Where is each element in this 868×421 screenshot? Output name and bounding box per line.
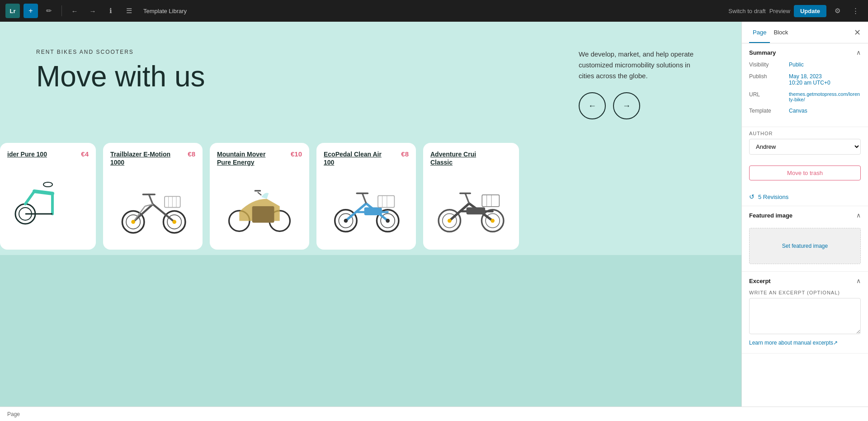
svg-line-15	[149, 194, 153, 204]
product-image-area	[430, 170, 512, 242]
scooter-image	[7, 169, 89, 227]
settings-icon-button[interactable]: ⚙	[830, 4, 844, 18]
hero-description: We develop, market, and help operate cus…	[579, 49, 705, 81]
move-to-trash-button[interactable]: Move to trash	[749, 166, 861, 180]
hero-left: RENT BIKES AND SCOOTERS Move with us	[36, 49, 552, 119]
product-card-header: Mountain Mover Pure Energy €10	[217, 150, 302, 166]
excerpt-textarea[interactable]	[749, 298, 861, 334]
product-name[interactable]: EcoPedal Clean Air 100	[324, 150, 387, 166]
revisions-icon: ↺	[749, 193, 755, 200]
bike-image	[112, 177, 193, 236]
publish-value[interactable]: May 18, 2023 10:20 am UTC+0	[789, 73, 830, 86]
svg-point-58	[491, 219, 495, 223]
set-featured-image-button[interactable]: Set featured image	[782, 243, 828, 249]
svg-line-3	[34, 191, 52, 194]
canvas: RENT BIKES AND SCOOTERS Move with us We …	[0, 22, 741, 407]
more-options-button[interactable]: ⋮	[848, 4, 863, 18]
info-button[interactable]: ℹ	[104, 4, 118, 18]
url-value[interactable]: themes.getmotopress.com/lorenty-bike/	[789, 91, 861, 102]
summary-content: Visibility Public Publish May 18, 2023 1…	[742, 61, 868, 127]
product-card: Adventure Crui Classic	[423, 143, 519, 250]
svg-point-22	[131, 220, 135, 224]
logo-text: Lr	[10, 8, 16, 14]
moped-image	[219, 177, 300, 236]
add-block-button[interactable]: +	[24, 4, 38, 18]
main-area: RENT BIKES AND SCOOTERS Move with us We …	[0, 22, 868, 407]
revisions-row[interactable]: ↺ 5 Revisions	[742, 188, 868, 206]
featured-image-section: Featured image ∧ Set featured image	[742, 206, 868, 272]
svg-line-11	[133, 204, 153, 222]
excerpt-toggle-icon: ∧	[856, 277, 861, 284]
classic-bike-image	[430, 177, 512, 236]
summary-section-header[interactable]: Summary ∧	[742, 43, 868, 61]
product-image-area	[110, 170, 195, 242]
author-select[interactable]: Andrew	[749, 139, 861, 155]
product-card-header: Adventure Crui Classic	[430, 150, 512, 166]
product-image-area	[7, 162, 89, 234]
products-row: ider Pure 100 €4	[0, 137, 741, 255]
switch-to-draft-button[interactable]: Switch to draft	[728, 8, 765, 14]
toolbar-title: Template Library	[143, 8, 725, 14]
learn-more-excerpts-link[interactable]: Learn more about manual excerpts↗	[749, 340, 861, 346]
product-price: €8	[401, 150, 409, 158]
svg-line-27	[258, 193, 261, 196]
featured-image-header[interactable]: Featured image ∧	[742, 206, 868, 224]
tab-block[interactable]: Block	[770, 23, 792, 43]
product-name[interactable]: Trailblazer E-Motion 1000	[110, 150, 174, 166]
hero-subtitle: RENT BIKES AND SCOOTERS	[36, 49, 552, 55]
template-value[interactable]: Canvas	[789, 108, 807, 114]
product-card: ider Pure 100 €4	[0, 143, 96, 250]
next-arrow-button[interactable]: →	[613, 92, 640, 119]
preview-button[interactable]: Preview	[769, 8, 790, 14]
visibility-value[interactable]: Public	[789, 61, 804, 68]
edit-icon-button[interactable]: ✏	[42, 4, 56, 18]
svg-rect-54	[482, 195, 499, 207]
product-card: Trailblazer E-Motion 1000 €8	[103, 143, 203, 250]
svg-rect-38	[364, 208, 382, 215]
separator	[61, 5, 62, 16]
template-label: Template	[749, 108, 785, 114]
sidebar-close-button[interactable]: ✕	[854, 28, 861, 38]
hero-section: RENT BIKES AND SCOOTERS Move with us We …	[0, 22, 741, 137]
hero-title: Move with us	[36, 61, 552, 92]
sidebar-tabs: Page Block ✕	[742, 22, 868, 43]
svg-line-36	[362, 194, 366, 204]
svg-rect-26	[252, 206, 274, 223]
product-name[interactable]: Mountain Mover Pure Energy	[217, 150, 280, 166]
svg-point-42	[344, 219, 348, 223]
product-name[interactable]: ider Pure 100	[7, 150, 47, 158]
logo: Lr	[5, 4, 20, 18]
summary-toggle-icon: ∧	[856, 49, 861, 56]
prev-arrow-button[interactable]: ←	[579, 92, 606, 119]
featured-image-area[interactable]: Set featured image	[749, 228, 861, 264]
update-button[interactable]: Update	[794, 5, 826, 17]
excerpt-title: Excerpt	[749, 278, 771, 284]
svg-point-23	[172, 220, 176, 224]
product-card: EcoPedal Clean Air 100 €8	[316, 143, 416, 250]
product-name[interactable]: Adventure Crui Classic	[430, 150, 494, 166]
summary-section: Summary ∧ Visibility Public Publish May …	[742, 43, 868, 127]
tab-page[interactable]: Page	[749, 23, 770, 43]
undo-button[interactable]: ←	[67, 4, 82, 18]
url-row: URL themes.getmotopress.com/lorenty-bike…	[749, 91, 861, 102]
svg-point-43	[386, 219, 390, 223]
excerpt-section: Excerpt ∧ WRITE AN EXCERPT (OPTIONAL) Le…	[742, 272, 868, 354]
product-card-header: ider Pure 100 €4	[7, 150, 89, 158]
product-card-header: Trailblazer E-Motion 1000 €8	[110, 150, 195, 166]
status-bar-label: Page	[7, 411, 20, 417]
product-card-header: EcoPedal Clean Air 100 €8	[324, 150, 409, 166]
list-view-button[interactable]: ☰	[122, 4, 136, 18]
excerpt-header[interactable]: Excerpt ∧	[742, 272, 868, 290]
svg-point-57	[448, 219, 452, 223]
svg-line-51	[465, 194, 469, 204]
product-price: €10	[291, 150, 302, 158]
electric-bike-image	[326, 177, 407, 236]
svg-point-6	[43, 182, 52, 187]
product-price: €4	[81, 150, 89, 158]
product-price: €8	[188, 150, 195, 158]
redo-button[interactable]: →	[85, 4, 100, 18]
toolbar-right: Switch to draft Preview Update ⚙ ⋮	[728, 4, 863, 18]
product-image-area	[217, 170, 302, 242]
svg-line-2	[25, 191, 34, 204]
summary-title: Summary	[749, 49, 776, 56]
